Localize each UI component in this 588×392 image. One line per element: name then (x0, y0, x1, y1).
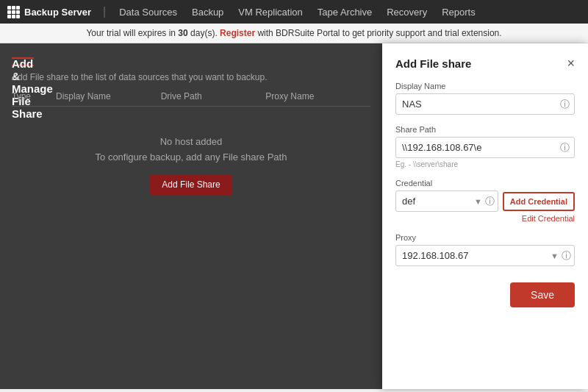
col-display: Display Name (56, 91, 161, 101)
close-button[interactable]: × (567, 57, 575, 70)
save-button[interactable]: Save (510, 282, 575, 307)
credential-select[interactable]: def (395, 190, 498, 212)
nav-tape-archive[interactable]: Tape Archive (310, 0, 379, 24)
display-name-help-icon[interactable]: ⓘ (560, 98, 570, 111)
proxy-help-icon[interactable]: ⓘ (562, 249, 571, 263)
panel-subtitle: Add File share to the list of data sourc… (12, 72, 370, 82)
register-link[interactable]: Register (220, 28, 255, 38)
display-name-input[interactable] (395, 93, 575, 115)
no-host-message: No host added To configure backup, add a… (12, 136, 370, 195)
right-panel: Add File share × Display Name ⓘ Share Pa… (382, 43, 588, 389)
trial-suffix: with BDRSuite Portal to get priority sup… (255, 28, 502, 38)
trial-banner: Your trial will expires in 30 day(s). Re… (0, 24, 588, 43)
nav-reports[interactable]: Reports (434, 0, 483, 24)
credential-row: def ▼ ⓘ Add Credential (395, 190, 575, 212)
proxy-select[interactable]: 192.168.108.67 (395, 245, 575, 266)
display-name-group: Display Name ⓘ (395, 82, 575, 115)
proxy-group: Proxy 192.168.108.67 ▼ ⓘ (395, 233, 575, 266)
display-name-wrapper: ⓘ (395, 93, 575, 115)
topnav: Backup Server | Data Sources Backup VM R… (0, 0, 588, 24)
share-path-input[interactable] (395, 137, 575, 158)
credential-select-wrapper: def ▼ ⓘ (395, 190, 498, 212)
col-drive: Drive Path (161, 91, 266, 101)
brand: Backup Server (7, 6, 91, 18)
nav-vm-replication[interactable]: VM Replication (231, 0, 309, 24)
brand-label: Backup Server (24, 7, 91, 18)
share-path-hint: Eg. - \\server\share (395, 160, 575, 168)
nav-data-sources[interactable]: Data Sources (112, 0, 184, 24)
panel-title: Add File share (395, 57, 471, 70)
col-proxy: Proxy Name (265, 91, 370, 101)
share-path-label: Share Path (395, 125, 575, 134)
table-header: Type Display Name Drive Path Proxy Name (12, 91, 370, 107)
share-path-wrapper: ⓘ (395, 137, 575, 158)
trial-prefix: Your trial will expires in (86, 28, 178, 38)
credential-group: Credential def ▼ ⓘ Add Credential Edit C… (395, 179, 575, 223)
nav-divider: | (103, 5, 106, 18)
nav-recovery[interactable]: Recovery (379, 0, 434, 24)
share-path-help-icon[interactable]: ⓘ (560, 141, 570, 154)
display-name-label: Display Name (395, 82, 575, 90)
trial-days: 30 (178, 28, 187, 38)
trial-days-suffix: day(s). (188, 28, 220, 38)
panel-heading: Add & Manage File Share (12, 57, 370, 66)
add-file-share-button[interactable]: Add File Share (150, 174, 232, 195)
credential-help-icon[interactable]: ⓘ (485, 195, 495, 208)
proxy-label: Proxy (395, 233, 575, 242)
panel-header: Add File share × (395, 57, 575, 70)
add-credential-button[interactable]: Add Credential (503, 192, 575, 211)
left-panel: Add & Manage File Share Add File share t… (0, 43, 382, 389)
grid-icon (7, 6, 20, 18)
proxy-select-wrapper: 192.168.108.67 ▼ ⓘ (395, 245, 575, 266)
credential-label: Credential (395, 179, 575, 188)
share-path-group: Share Path ⓘ Eg. - \\server\share (395, 125, 575, 168)
main-content: Add & Manage File Share Add File share t… (0, 43, 588, 389)
no-host-line1: No host added (12, 136, 370, 147)
nav-backup[interactable]: Backup (184, 0, 231, 24)
edit-credential-link[interactable]: Edit Credential (395, 214, 575, 223)
no-host-line2: To configure backup, add any File share … (12, 152, 370, 163)
col-type: Type (12, 91, 56, 101)
